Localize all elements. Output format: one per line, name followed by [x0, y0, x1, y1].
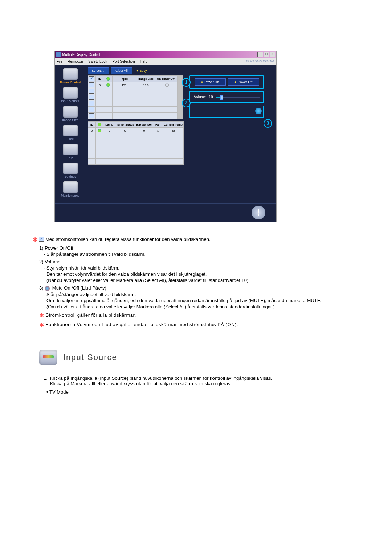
col2-current-temp: Current Temp. [163, 122, 184, 128]
titlebar: Multiple Display Control _ □ × [55, 51, 276, 58]
item-1-label: 1) Power On/Off [39, 245, 363, 251]
settings-icon [63, 163, 78, 174]
col2-br-sensor: B/R Sensor [135, 122, 153, 128]
main-area: Select All Clear All Busy ✓ ID Input Ima… [86, 65, 276, 203]
input-source-step-1: 1. Klicka på Ingångskälla (Input Source)… [44, 376, 363, 386]
app-icon [56, 52, 61, 57]
sidebar-item-power-control[interactable]: Power Control [55, 68, 86, 84]
pip-icon [63, 144, 78, 155]
table-row[interactable]: 0 0 0 0 1 48 [88, 128, 184, 134]
minimize-button[interactable]: _ [257, 52, 263, 57]
menu-port-selection[interactable]: Port Selection [112, 59, 135, 63]
note-2: Funktionerna Volym och Ljud av gäller en… [46, 322, 238, 327]
callout-1: 1 [182, 78, 191, 87]
col-check: ✓ [88, 76, 96, 82]
brand-label: SAMSUNG DIGITall [245, 59, 274, 63]
item-3-sub1: - Slår på/stänger av ljudet till vald bi… [44, 292, 363, 297]
col2-lamp: Lamp [103, 122, 115, 128]
sidebar-item-maintenance[interactable]: Maintenance [55, 181, 86, 197]
star-icon: ✱ [39, 322, 44, 328]
power-on-button[interactable]: Power On [195, 78, 226, 86]
item-1-sub: - Slår på/stänger av strömmen till vald … [44, 251, 363, 257]
maintenance-icon [63, 181, 78, 193]
col-on-timer: On Timer Off T [156, 76, 178, 82]
maximize-button[interactable]: □ [264, 52, 269, 57]
info-icon[interactable]: ! [252, 206, 265, 219]
volume-panel: Volume 10 [189, 91, 264, 103]
section-input-source: Input Source [39, 350, 363, 365]
power-control-icon [63, 68, 78, 80]
mute-panel [189, 106, 264, 118]
item-2-sub1: - Styr volymnivån för vald bildskärm. [44, 265, 363, 271]
item-3-label: 3) [39, 285, 44, 291]
app-window: Multiple Display Control _ □ × File Remo… [54, 51, 277, 222]
col-input: Input [113, 76, 136, 82]
col-id: ID [96, 76, 104, 82]
col2-status [96, 122, 103, 128]
speaker-icon[interactable] [255, 108, 262, 114]
menubar: File Remocon Safety Lock Port Selection … [55, 58, 276, 65]
sidebar: Power Control Input Source Image Size Ti… [55, 65, 86, 203]
item-3-sub3: (Om du väljer att ångra dina val eller v… [46, 304, 363, 309]
col2-id: ID [88, 122, 96, 128]
item-3-row: 3) Mute On /Off (Ljud På/Av) [39, 285, 363, 291]
table-row[interactable]: 0 PC 16:9 [88, 82, 183, 88]
status-dot-icon [98, 129, 101, 132]
sidebar-item-settings[interactable]: Settings [55, 163, 86, 178]
volume-slider[interactable] [216, 97, 260, 98]
star-icon: ✱ [39, 312, 44, 319]
power-off-button[interactable]: Power Off [228, 78, 259, 86]
menu-remocon[interactable]: Remocon [68, 59, 83, 63]
item-2-label: 2) Volume [39, 259, 363, 264]
callout-3: 3 [264, 119, 272, 128]
clear-all-button[interactable]: Clear All [111, 67, 132, 74]
star-icon: ✱ [33, 237, 37, 243]
select-all-button[interactable]: Select All [88, 67, 109, 74]
sidebar-item-pip[interactable]: PIP [55, 144, 86, 160]
note-1: Strömkontroll gäller för alla bildskärma… [46, 312, 136, 318]
input-source-icon [63, 87, 78, 99]
intro-text: Med strömkontrollen kan du reglera vissa… [45, 237, 211, 242]
image-size-icon [63, 106, 78, 118]
status-dot-icon [106, 83, 110, 87]
bullet-tv-mode: • TV Mode [46, 389, 363, 395]
item-3-sub2: Om du väljer en uppsättning åt gången, o… [46, 298, 363, 303]
sidebar-item-image-size[interactable]: Image Size [55, 106, 86, 122]
menu-safety-lock[interactable]: Safety Lock [88, 59, 107, 63]
time-icon [63, 125, 78, 136]
col-status [104, 76, 113, 82]
item-2-sub3: (När du avbryter valet eller väljer Mark… [46, 278, 363, 283]
sidebar-item-time[interactable]: Time [55, 125, 86, 141]
busy-indicator: Busy [136, 69, 147, 73]
input-source-section-icon [39, 350, 57, 365]
menu-file[interactable]: File [57, 59, 62, 63]
col-image-size: Image Size [136, 76, 156, 82]
app-title: Multiple Display Control [62, 53, 100, 57]
col2-fan: Fan [153, 122, 163, 128]
footer-bar: ! [55, 203, 276, 222]
menu-help[interactable]: Help [140, 59, 147, 63]
close-button[interactable]: × [270, 52, 275, 57]
right-panel: Power On Power Off Volume 10 [186, 75, 264, 165]
mute-icon [45, 286, 50, 291]
temp-table: ID Lamp Temp. Status B/R Sensor Fan Curr… [88, 121, 184, 165]
display-table: ✓ ID Input Image Size On Timer Off T 0 [88, 75, 183, 119]
sidebar-item-input-source[interactable]: Input Source [55, 87, 86, 103]
volume-label: Volume [194, 95, 206, 99]
callout-2: 2 [182, 99, 191, 107]
item-2-sub2: Den tar emot volymvärdet för den valda b… [46, 271, 363, 277]
power-panel: Power On Power Off [189, 75, 264, 89]
section-title: Input Source [63, 353, 117, 362]
checkbox-icon: ✓ [39, 237, 44, 242]
volume-value: 10 [209, 95, 213, 99]
col2-temp-status: Temp. Status [115, 122, 135, 128]
item-3-title: Mute On /Off (Ljud På/Av) [52, 285, 106, 291]
timer-indicator-icon [165, 83, 169, 87]
